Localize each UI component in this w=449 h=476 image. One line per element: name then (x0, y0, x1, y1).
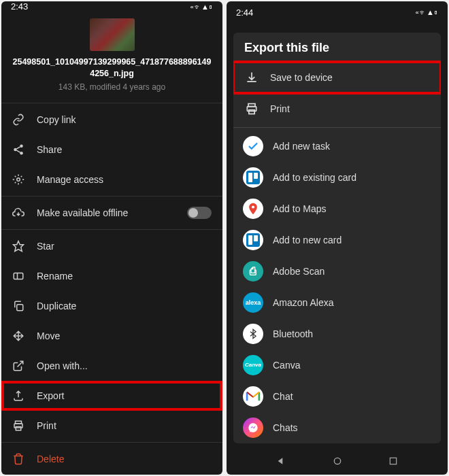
file-thumbnail (90, 18, 135, 51)
svg-point-1 (14, 148, 17, 152)
delete-item[interactable]: Delete (1, 444, 222, 474)
gear-icon (12, 173, 24, 186)
offline-toggle[interactable] (187, 207, 212, 219)
trello-app-icon (243, 167, 263, 188)
messenger-app-icon (243, 418, 263, 438)
adobe-label: Adobe Scan (273, 266, 325, 277)
divider (233, 127, 441, 128)
duplicate-icon (12, 300, 24, 312)
save-to-device-item[interactable]: Save to device (233, 62, 441, 93)
status-icons: ∝ᯤ▲▯ (190, 3, 213, 11)
trello-app-icon (243, 230, 263, 250)
status-icons: ∝ᯤ▲▯ (415, 8, 438, 16)
divider (1, 442, 222, 443)
svg-marker-17 (278, 458, 283, 464)
status-time: 2:44 (236, 7, 253, 18)
right-content: Home Files Photos Account Export this fi… (227, 23, 448, 447)
print-label: Print (37, 420, 212, 431)
move-icon (12, 330, 24, 342)
canva-label: Canva (273, 360, 300, 371)
sheet-title: Export this file (233, 33, 441, 62)
nav-home[interactable] (107, 474, 118, 475)
file-header: 25498501_10104997139299965_4718776888961… (1, 12, 222, 101)
right-screenshot: 2:44 ∝ᯤ▲▯ Home Files Photos Account Expo… (227, 1, 448, 475)
canva-app-icon: Canva (243, 355, 263, 375)
gmail-chat-app-icon (243, 386, 263, 407)
add-task-item[interactable]: Add new task (233, 131, 441, 162)
star-item[interactable]: Star (1, 231, 222, 261)
star-icon (12, 240, 24, 252)
offline-item[interactable]: Make available offline (1, 198, 222, 228)
status-bar: 2:44 ∝ᯤ▲▯ (227, 1, 448, 23)
save-label: Save to device (270, 72, 333, 83)
nav-back[interactable] (51, 474, 62, 475)
file-name: 25498501_10104997139299965_4718776888961… (10, 56, 214, 80)
print-item[interactable]: Print (1, 411, 222, 441)
copy-link-item[interactable]: Copy link (1, 105, 222, 135)
status-time: 2:43 (11, 1, 28, 12)
print-label: Print (270, 103, 290, 114)
file-meta: 143 KB, modified 4 years ago (59, 82, 165, 92)
rename-icon (12, 270, 24, 282)
nav-home[interactable] (332, 456, 343, 466)
canva-item[interactable]: Canva Canva (233, 350, 441, 381)
open-with-item[interactable]: Open with... (1, 351, 222, 381)
trash-icon (12, 453, 24, 465)
cloud-download-icon (12, 207, 24, 219)
move-item[interactable]: Move (1, 321, 222, 351)
divider (1, 196, 222, 197)
add-maps-item[interactable]: Add to Maps (233, 193, 441, 224)
svg-rect-19 (390, 458, 396, 464)
move-label: Move (37, 330, 212, 341)
menu-list: Copy link Share Manage access Make avail… (1, 101, 222, 474)
copy-link-label: Copy link (37, 114, 212, 125)
manage-access-label: Manage access (37, 174, 212, 185)
export-item[interactable]: Export (1, 381, 222, 411)
open-with-label: Open with... (37, 360, 212, 371)
chat-label: Chat (273, 391, 293, 402)
left-screenshot: 2:43 ∝ᯤ▲▯ 25498501_10104997139299965_471… (1, 1, 222, 475)
print-icon (12, 420, 24, 432)
nav-bar (227, 447, 448, 475)
delete-label: Delete (37, 454, 212, 464)
share-label: Share (37, 144, 212, 155)
bluetooth-app-icon (243, 324, 263, 344)
svg-marker-4 (14, 241, 24, 251)
svg-point-0 (20, 144, 23, 148)
status-bar: 2:43 ∝ᯤ▲▯ (1, 1, 222, 12)
add-task-label: Add new task (273, 141, 330, 152)
adobe-scan-item[interactable]: ⎙ Adobe Scan (233, 256, 441, 287)
export-sheet: Export this file Save to device Print Ad… (233, 33, 441, 443)
chat-item[interactable]: Chat (233, 381, 441, 412)
chats-item[interactable]: Chats (233, 412, 441, 443)
nav-back[interactable] (276, 456, 287, 466)
divider (1, 229, 222, 230)
rename-item[interactable]: Rename (1, 261, 222, 291)
bluetooth-item[interactable]: Bluetooth (233, 318, 441, 350)
print-item[interactable]: Print (233, 93, 441, 124)
tasks-app-icon (243, 136, 263, 156)
link-icon (12, 114, 24, 126)
add-existing-card-item[interactable]: Add to existing card (233, 162, 441, 193)
add-new-card-item[interactable]: Add to new card (233, 224, 441, 256)
alexa-item[interactable]: alexa Amazon Alexa (233, 287, 441, 318)
alexa-label: Amazon Alexa (273, 297, 334, 308)
manage-access-item[interactable]: Manage access (1, 165, 222, 194)
star-label: Star (37, 241, 212, 252)
alexa-app-icon: alexa (243, 292, 263, 313)
rename-label: Rename (37, 271, 212, 282)
duplicate-item[interactable]: Duplicate (1, 291, 222, 321)
add-card-label: Add to existing card (273, 172, 356, 183)
maps-app-icon (243, 199, 263, 219)
duplicate-label: Duplicate (37, 301, 212, 311)
svg-point-3 (17, 178, 20, 182)
svg-rect-5 (14, 273, 23, 279)
nav-recent[interactable] (388, 456, 398, 466)
share-icon (12, 143, 24, 156)
bluetooth-label: Bluetooth (273, 328, 313, 339)
external-link-icon (12, 360, 24, 372)
svg-point-16 (252, 205, 254, 208)
divider (1, 103, 222, 103)
new-card-label: Add to new card (273, 235, 342, 245)
share-item[interactable]: Share (1, 135, 222, 165)
